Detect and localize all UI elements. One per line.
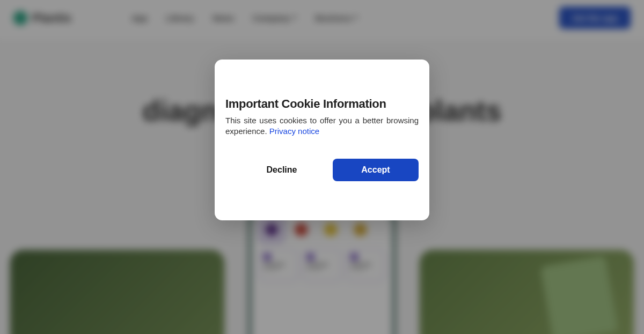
modal-actions: Decline Accept	[225, 159, 419, 181]
page-root: Plantix App Library News Company Busines…	[0, 0, 644, 334]
accept-button[interactable]: Accept	[333, 159, 419, 181]
privacy-notice-link[interactable]: Privacy notice	[269, 127, 319, 136]
cookie-modal: Important Cookie Information This site u…	[215, 60, 429, 220]
modal-description: This site uses cookies to offer you a be…	[225, 115, 419, 137]
modal-description-text: This site uses cookies to offer you a be…	[225, 116, 419, 136]
modal-title: Important Cookie Information	[225, 97, 419, 111]
decline-button[interactable]: Decline	[236, 159, 327, 181]
